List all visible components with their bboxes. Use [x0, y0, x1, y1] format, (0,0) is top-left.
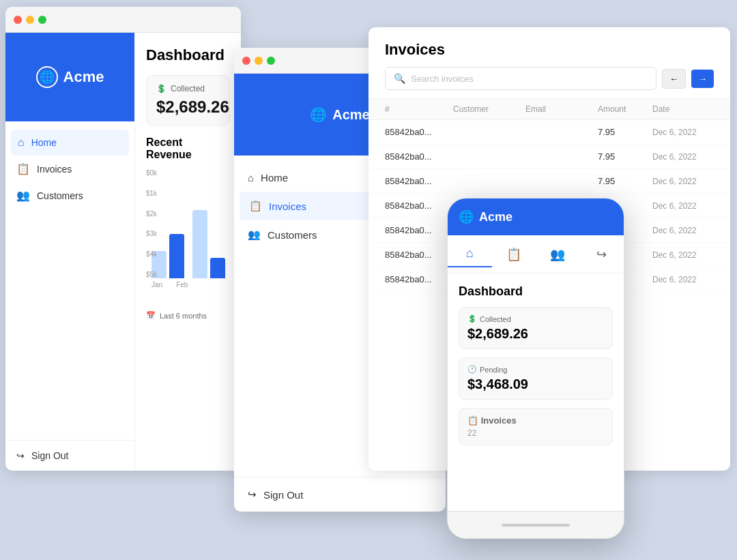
table-row[interactable]: 85842ba0... 7.95 Dec 6, 2022 [369, 120, 730, 145]
phone-home-bar [502, 524, 570, 527]
minimize-dot[interactable] [26, 16, 34, 24]
row-date: Dec 6, 2022 [652, 201, 714, 211]
signout-button-1[interactable]: ↪ Sign Out [5, 440, 134, 471]
row-id: 85842ba0... [385, 274, 453, 284]
home-icon-2: ⌂ [248, 172, 254, 183]
phone-pending-value: $3,468.09 [467, 377, 604, 392]
phone-dashboard-title: Dashboard [459, 284, 613, 299]
invoices-title: Invoices [385, 41, 714, 59]
bar-jan-2 [169, 234, 184, 278]
chart-footer: 📅 Last 6 months [146, 311, 230, 320]
customers-label: Customers [37, 190, 83, 201]
row-date: Dec 6, 2022 [652, 128, 714, 137]
nav-back-button[interactable]: ← [662, 69, 686, 89]
calendar-icon: 📅 [146, 311, 156, 320]
search-icon: 🔍 [394, 73, 405, 84]
row-date: Dec 6, 2022 [652, 177, 714, 186]
main-content-1: Dashboard 💲 Collected $2,689.26 Recent R… [135, 33, 241, 471]
table-row[interactable]: 85842ba0... 7.95 Dec 6, 2022 [369, 145, 730, 169]
phone-header: 🌐 Acme [448, 198, 624, 235]
row-amount: 7.95 [598, 151, 652, 162]
collected-card-1: 💲 Collected $2,689.26 [146, 75, 230, 126]
search-bar[interactable]: 🔍 Search invoices [385, 67, 656, 90]
y-axis-labels: $5k $4k $3k $2k $1k $0k [146, 169, 157, 278]
row-amount: 7.95 [598, 176, 652, 186]
phone-invoices-icon: 📋 [467, 415, 478, 426]
titlebar-1 [5, 7, 241, 33]
phone-footer [448, 511, 624, 538]
phone-nav-customers[interactable]: 👥 [536, 241, 580, 267]
phone-brand-name: Acme [479, 210, 512, 224]
table-header: # Customer Email Amount Date [369, 99, 730, 120]
row-date: Dec 6, 2022 [652, 152, 714, 162]
phone-clock-icon: 🕐 [467, 365, 477, 374]
x-axis-labels: Jan Feb [146, 278, 231, 291]
invoices-header: Invoices 🔍 Search invoices ← → [369, 27, 730, 99]
maximize-dot-2[interactable] [267, 57, 275, 65]
phone-dollar-icon: 💲 [467, 314, 477, 323]
sidebar-1: 🌐 Acme ⌂ Home 📋 Invoices 👥 Customers ↪ [5, 33, 135, 471]
maximize-dot[interactable] [38, 16, 46, 24]
sidebar-item-invoices[interactable]: 📋 Invoices [5, 156, 134, 182]
search-placeholder: Search invoices [411, 74, 474, 84]
dashboard-title-1: Dashboard [146, 46, 230, 64]
table-row[interactable]: 85842ba0... 7.95 Dec 6, 2022 [369, 169, 730, 194]
signout-icon-2: ↪ [248, 488, 257, 501]
phone-pending-card: 🕐 Pending $3,468.09 [459, 357, 613, 400]
bar-group-feb [192, 210, 225, 278]
revenue-chart: $5k $4k $3k $2k $1k $0k [146, 169, 230, 306]
phone-pending-label: 🕐 Pending [467, 365, 604, 374]
window-desktop-1: 🌐 Acme ⌂ Home 📋 Invoices 👥 Customers ↪ [5, 7, 241, 471]
row-id: 85842ba0... [385, 176, 453, 186]
phone-content: Dashboard 💲 Collected $2,689.26 🕐 Pendin… [448, 274, 624, 511]
row-id: 85842ba0... [385, 127, 453, 137]
bar-feb-1 [192, 210, 207, 278]
nav-forward-button[interactable]: → [691, 70, 714, 88]
sidebar-item-customers[interactable]: 👥 Customers [5, 182, 134, 209]
recent-revenue-title: Recent Revenue [146, 136, 230, 161]
signout-label-1: Sign Out [31, 450, 68, 461]
phone-invoices-value: 22 [467, 428, 604, 438]
dollar-circle-icon-1: 💲 [156, 84, 167, 93]
col-amount: Amount [598, 104, 652, 114]
phone-nav: ⌂ 📋 👥 ↪ [448, 235, 624, 274]
phone-collected-label: 💲 Collected [467, 314, 604, 323]
row-date: Dec 6, 2022 [652, 250, 714, 260]
row-id: 85842ba0... [385, 201, 453, 211]
home-label: Home [31, 137, 57, 148]
chart-bars: Jan Feb [146, 169, 231, 291]
phone-collected-value: $2,689.26 [467, 326, 604, 342]
col-date: Date [652, 104, 714, 114]
row-id: 85842ba0... [385, 250, 453, 260]
brand-name-1: Acme [63, 68, 104, 86]
minimize-dot-2[interactable] [255, 57, 263, 65]
col-email: Email [525, 104, 598, 114]
brand-name-2: Acme [332, 107, 369, 123]
signout-icon-1: ↪ [16, 450, 25, 461]
close-dot-2[interactable] [242, 57, 250, 65]
phone-nav-signout[interactable]: ↪ [580, 241, 624, 267]
close-dot[interactable] [14, 16, 22, 24]
nav-items-1: ⌂ Home 📋 Invoices 👥 Customers [5, 121, 134, 440]
sidebar-item-home[interactable]: ⌂ Home [11, 130, 129, 156]
phone-collected-card: 💲 Collected $2,689.26 [459, 307, 613, 349]
row-date: Dec 6, 2022 [652, 275, 714, 284]
customers-icon-2: 👥 [248, 229, 261, 241]
signout-button-2[interactable]: ↪ Sign Out [234, 477, 446, 512]
row-id: 85842ba0... [385, 225, 453, 235]
bar-feb-2 [210, 258, 225, 278]
phone-invoices-label: 📋 Invoices [467, 415, 604, 426]
globe-icon-2: 🌐 [310, 106, 327, 123]
invoices-icon-2: 📋 [249, 200, 262, 212]
phone-nav-invoices[interactable]: 📋 [492, 241, 536, 267]
globe-icon: 🌐 [36, 66, 58, 88]
col-customer: Customer [453, 104, 525, 114]
customers-icon: 👥 [16, 189, 30, 202]
collected-value-1: $2,689.26 [156, 98, 220, 117]
home-icon: ⌂ [18, 136, 25, 149]
invoices-icon: 📋 [16, 162, 30, 175]
phone-nav-home[interactable]: ⌂ [448, 241, 492, 267]
app-body-1: 🌐 Acme ⌂ Home 📋 Invoices 👥 Customers ↪ [5, 33, 241, 471]
collected-label-1: 💲 Collected [156, 84, 220, 93]
phone-mockup: 🌐 Acme ⌂ 📋 👥 ↪ Dashboard 💲 Collected $2,… [447, 198, 624, 539]
